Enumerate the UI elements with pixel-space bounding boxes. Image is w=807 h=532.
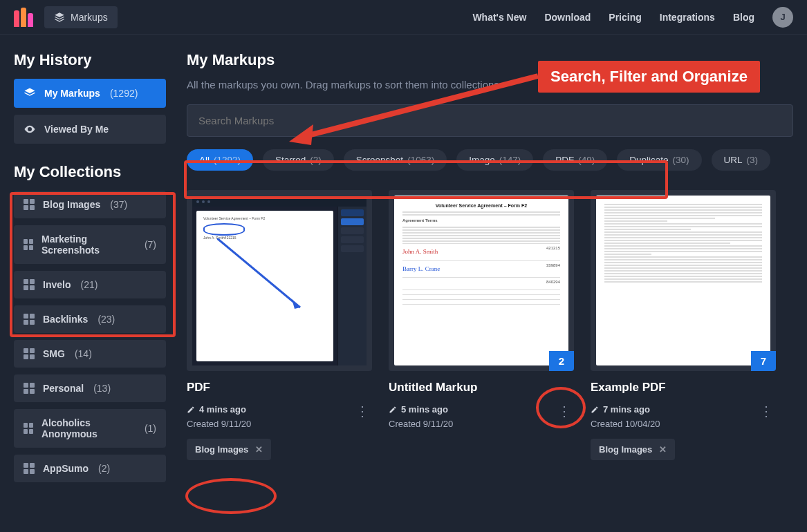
markup-card[interactable]: 7 Example PDF 7 mins ago Created 10/04/2…	[591, 190, 776, 460]
filter-bar: All (1292) Starred (2) Screenshot (1063)…	[187, 149, 793, 171]
tag-label: Blog Images	[599, 444, 652, 455]
sidebar-item-label: My Markups	[44, 88, 100, 99]
doc-title: Volunteer Service Agreement – Form F2	[203, 216, 326, 220]
markup-card[interactable]: Volunteer Service Agreement – Form F2 Jo…	[187, 190, 372, 460]
filter-label: All	[199, 155, 210, 165]
sidebar-item-count: (13)	[93, 383, 111, 394]
filter-url[interactable]: URL (3)	[712, 149, 771, 171]
sidebar-item-collection[interactable]: SMG (14)	[14, 340, 166, 368]
avatar[interactable]: J	[772, 7, 793, 28]
grid-icon	[24, 279, 35, 290]
sidebar-item-label: AppSumo	[43, 463, 89, 474]
filter-label: PDF	[555, 155, 574, 165]
grid-icon	[24, 199, 35, 210]
filter-duplicate[interactable]: Duplicate (30)	[617, 149, 701, 171]
sidebar-item-collection[interactable]: Blog Images (37)	[14, 191, 166, 218]
sidebar-item-collection[interactable]: Invelo (21)	[14, 271, 166, 298]
grid-icon	[24, 423, 33, 434]
sidebar-item-collection[interactable]: Marketing Screenshots (7)	[14, 225, 166, 264]
card-title: Untitled Markup	[389, 381, 574, 395]
card-thumbnail[interactable]: Volunteer Service Agreement – Form F2 Ag…	[389, 190, 574, 371]
eye-icon	[24, 123, 36, 135]
filter-count: (2)	[310, 155, 322, 165]
card-edited: 4 mins ago	[199, 403, 246, 417]
doc-title: Volunteer Service Agreement – Form F2	[402, 202, 560, 209]
search-input[interactable]	[187, 104, 793, 137]
filter-screenshot[interactable]: Screenshot (1063)	[344, 149, 447, 171]
filter-count: (1292)	[214, 155, 241, 165]
card-tag[interactable]: Blog Images ✕	[187, 439, 271, 460]
sidebar-item-viewed-by-me[interactable]: Viewed By Me	[14, 115, 166, 144]
thumbnail-document-preview: Volunteer Service Agreement – Form F2 Ag…	[394, 196, 568, 365]
filter-count: (1063)	[407, 155, 434, 165]
filter-count: (49)	[578, 155, 595, 165]
filter-label: Duplicate	[629, 155, 668, 165]
filter-count: (30)	[673, 155, 689, 165]
thumbnail-app-preview: Volunteer Service Agreement – Form F2 Jo…	[192, 197, 367, 365]
nav-whats-new[interactable]: What's New	[472, 12, 526, 23]
topbar: Markups What's New Download Pricing Inte…	[0, 0, 807, 35]
filter-label: Image	[469, 155, 495, 165]
sidebar-item-count: (37)	[110, 199, 127, 210]
tag-remove-icon[interactable]: ✕	[659, 444, 667, 455]
cards-grid: Volunteer Service Agreement – Form F2 Jo…	[187, 190, 793, 460]
nav-blog[interactable]: Blog	[733, 12, 754, 23]
sidebar-item-label: Backlinks	[43, 314, 88, 325]
card-created: Created 9/11/20	[389, 417, 453, 432]
sidebar-item-collection[interactable]: Alcoholics Anonymous (1)	[14, 409, 166, 448]
filter-label: URL	[724, 155, 743, 165]
nav-integrations[interactable]: Integrations	[660, 12, 715, 23]
pencil-icon	[187, 406, 195, 414]
filter-image[interactable]: Image (147)	[456, 149, 533, 171]
sidebar-item-label: Invelo	[43, 279, 71, 290]
sidebar-item-label: Marketing Screenshots	[41, 234, 135, 256]
markup-card[interactable]: Volunteer Service Agreement – Form F2 Ag…	[389, 190, 574, 460]
topnav-links: What's New Download Pricing Integrations…	[472, 7, 793, 28]
sidebar-item-count: (21)	[80, 279, 98, 290]
sidebar-item-count: (1292)	[110, 88, 138, 99]
app-logo[interactable]	[14, 8, 35, 27]
main: My Markups All the markups you own. Drag…	[187, 51, 793, 532]
sidebar-item-label: Viewed By Me	[44, 124, 109, 135]
card-edited: 5 mins ago	[401, 403, 448, 417]
thumbnail-document-preview	[596, 196, 770, 365]
filter-count: (147)	[499, 155, 521, 165]
comment-count-badge: 2	[549, 351, 574, 371]
nav-pricing[interactable]: Pricing	[609, 12, 641, 23]
pencil-icon	[591, 406, 599, 414]
card-menu-button[interactable]: ⋮	[555, 403, 574, 419]
sidebar-item-collection[interactable]: Personal (13)	[14, 374, 166, 402]
sidebar: My History My Markups (1292) Viewed By M…	[14, 51, 166, 532]
card-created: Created 9/11/20	[187, 417, 251, 432]
filter-label: Starred	[275, 155, 306, 165]
tag-remove-icon[interactable]: ✕	[255, 444, 263, 455]
filter-pdf[interactable]: PDF (49)	[543, 149, 607, 171]
sidebar-item-count: (14)	[75, 348, 92, 359]
sidebar-item-count: (7)	[145, 239, 156, 250]
nav-download[interactable]: Download	[544, 12, 591, 23]
card-menu-button[interactable]: ⋮	[757, 403, 776, 419]
card-title: PDF	[187, 381, 372, 395]
card-thumbnail[interactable]: Volunteer Service Agreement – Form F2 Jo…	[187, 190, 372, 371]
grid-icon	[24, 348, 35, 359]
sidebar-item-label: SMG	[43, 348, 65, 359]
card-menu-button[interactable]: ⋮	[353, 403, 372, 419]
markups-dropdown-button[interactable]: Markups	[44, 6, 118, 28]
sidebar-item-collection[interactable]: AppSumo (2)	[14, 455, 166, 482]
filter-all[interactable]: All (1292)	[187, 149, 253, 171]
history-heading: My History	[14, 51, 166, 69]
tag-label: Blog Images	[195, 444, 248, 455]
sidebar-item-count: (23)	[98, 314, 115, 325]
layers-icon	[54, 12, 65, 23]
grid-icon	[24, 239, 33, 250]
sidebar-item-label: Blog Images	[43, 199, 100, 210]
card-created: Created 10/04/20	[591, 417, 660, 432]
sidebar-item-my-markups[interactable]: My Markups (1292)	[14, 79, 166, 108]
card-thumbnail[interactable]: 7	[591, 190, 776, 371]
filter-starred[interactable]: Starred (2)	[263, 149, 334, 171]
sidebar-item-collection[interactable]: Backlinks (23)	[14, 305, 166, 333]
sidebar-item-count: (1)	[145, 423, 156, 434]
svg-marker-1	[292, 299, 300, 309]
svg-line-0	[217, 238, 300, 307]
card-tag[interactable]: Blog Images ✕	[591, 439, 675, 460]
